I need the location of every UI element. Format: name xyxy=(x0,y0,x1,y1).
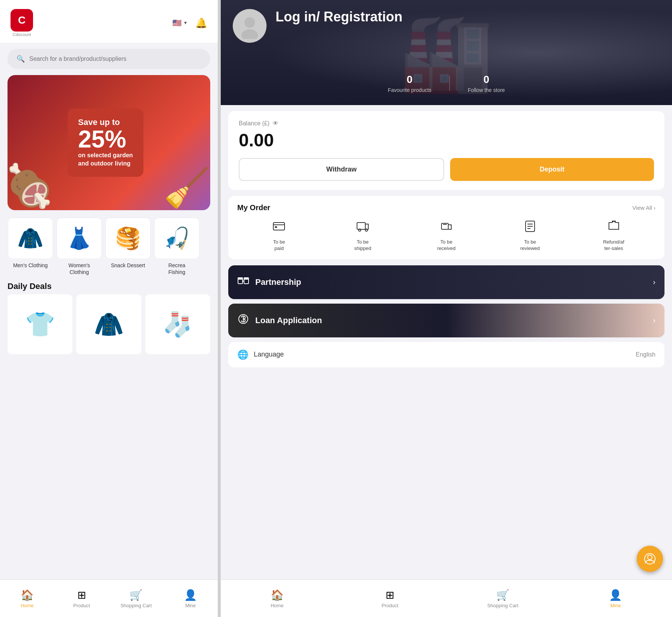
partnership-icon xyxy=(237,275,249,289)
nav-cart-right[interactable]: 🛒 Shopping Cart xyxy=(446,580,559,617)
right-bottom-nav: 🏠 Home ⊞ Product 🛒 Shopping Cart 👤 Mine xyxy=(221,579,672,617)
daily-deals-grid: 👕 🧥 🧦 xyxy=(0,294,218,354)
search-input[interactable] xyxy=(29,56,201,62)
order-to-be-shipped[interactable]: To beshipped xyxy=(321,220,405,252)
view-all-button[interactable]: View All › xyxy=(633,205,655,211)
notification-bell-button[interactable]: 🔔 xyxy=(195,17,207,29)
deal-card-1[interactable]: 👕 xyxy=(8,294,72,354)
stat-follow[interactable]: 0 Follow the store xyxy=(450,74,523,93)
product-icon: ⊞ xyxy=(77,589,86,601)
follow-count: 0 xyxy=(484,74,490,86)
category-womens-clothing[interactable]: 👗 Women'sClothing xyxy=(55,218,104,275)
order-to-be-received[interactable]: To bereceived xyxy=(405,220,488,252)
header-right: 🇺🇸 ▼ 🔔 xyxy=(172,17,207,29)
panel-separator xyxy=(218,0,221,617)
search-icon: 🔍 xyxy=(17,55,25,63)
pressure-washer-image: 🧹 xyxy=(163,166,210,210)
balance-actions: Withdraw Deposit xyxy=(239,158,654,181)
nav-product-left[interactable]: ⊞ Product xyxy=(54,580,109,617)
nav-cart-left[interactable]: 🛒 Shopping Cart xyxy=(109,580,163,617)
balance-label: Balance (£) xyxy=(239,120,270,127)
mine-icon-left: 👤 xyxy=(184,589,197,601)
language-row[interactable]: 🌐 Language English xyxy=(228,342,664,367)
search-bar: 🔍 xyxy=(8,49,210,69)
eye-icon[interactable]: 👁 xyxy=(273,120,279,127)
nav-home-left[interactable]: 🏠 Home xyxy=(0,580,54,617)
nav-cart-label-right: Shopping Cart xyxy=(487,603,518,608)
product-icon-right: ⊞ xyxy=(386,589,394,601)
deal-card-2[interactable]: 🧥 xyxy=(76,294,141,354)
to-be-received-label: To bereceived xyxy=(437,239,455,252)
deposit-button[interactable]: Deposit xyxy=(450,158,654,181)
chevron-down-icon: ▼ xyxy=(183,20,188,26)
header-top-row: Log in/ Registration xyxy=(233,9,660,43)
left-header: C Cdiscount 🇺🇸 ▼ 🔔 xyxy=(0,0,218,43)
categories-row: 🧥 Men's Clothing 👗 Women'sClothing 🥞 Sna… xyxy=(0,210,218,275)
view-all-arrow: › xyxy=(654,205,655,211)
order-items: To bepaid To beshipped To bereceived xyxy=(237,220,655,252)
svg-point-1 xyxy=(241,29,258,39)
svg-point-6 xyxy=(359,229,361,231)
app-logo[interactable]: C xyxy=(11,9,33,32)
banner-text-box: Save up to 25% on selected garden and ou… xyxy=(68,108,143,177)
balance-card: Balance (£) 👁 0.00 Withdraw Deposit xyxy=(228,111,664,190)
nav-product-label-right: Product xyxy=(381,603,398,608)
to-be-reviewed-label: To bereviewed xyxy=(520,239,540,252)
home-icon: 🏠 xyxy=(21,589,34,601)
right-panel: 🏭 Log in/ Registration 0 Favourite produ… xyxy=(221,0,672,617)
balance-amount: 0.00 xyxy=(239,130,654,150)
nav-mine-label-right: Mine xyxy=(610,603,621,608)
partnership-card[interactable]: Partnership › xyxy=(228,265,664,299)
order-title: My Order xyxy=(237,203,270,212)
order-to-be-paid[interactable]: To bepaid xyxy=(237,220,321,252)
language-flag-button[interactable]: 🇺🇸 ▼ xyxy=(172,18,188,27)
support-fab[interactable] xyxy=(637,546,663,572)
partnership-text: Partnership xyxy=(255,277,647,287)
loan-bg: Loan Application › xyxy=(228,304,664,337)
app-name: Cdiscount xyxy=(13,32,31,37)
category-img-mens: 🧥 xyxy=(8,218,53,259)
avatar[interactable] xyxy=(233,9,267,43)
svg-rect-4 xyxy=(275,226,277,228)
header-overlay: Log in/ Registration 0 Favourite product… xyxy=(221,0,672,105)
deal-card-3[interactable]: 🧦 xyxy=(145,294,210,354)
category-mens-clothing[interactable]: 🧥 Men's Clothing xyxy=(6,218,55,275)
category-img-snack: 🥞 xyxy=(105,218,151,259)
left-bottom-nav: 🏠 Home ⊞ Product 🛒 Shopping Cart 👤 Mine xyxy=(0,579,218,617)
to-be-reviewed-icon xyxy=(524,220,536,235)
category-label-snack: Snack Dessert xyxy=(111,262,145,269)
nav-mine-left[interactable]: 👤 Mine xyxy=(163,580,218,617)
order-refund[interactable]: Refund/after-sales xyxy=(572,220,655,252)
login-info: Log in/ Registration xyxy=(276,9,402,25)
category-snack-dessert[interactable]: 🥞 Snack Dessert xyxy=(104,218,152,275)
category-img-womens: 👗 xyxy=(57,218,102,259)
support-icon xyxy=(643,552,657,566)
category-img-fishing: 🎣 xyxy=(154,218,199,259)
to-be-received-icon xyxy=(440,220,453,235)
to-be-paid-icon xyxy=(273,220,285,235)
category-label-womens: Women'sClothing xyxy=(68,262,90,275)
to-be-paid-label: To bepaid xyxy=(273,239,285,252)
to-be-shipped-label: To beshipped xyxy=(354,239,371,252)
balance-header: Balance (£) 👁 xyxy=(239,120,654,127)
cart-icon: 🛒 xyxy=(130,589,143,601)
order-section: My Order View All › To bepaid xyxy=(228,196,664,259)
right-content: Balance (£) 👁 0.00 Withdraw Deposit My O… xyxy=(221,105,672,617)
login-title: Log in/ Registration xyxy=(276,9,402,25)
refund-icon xyxy=(607,220,620,235)
stat-favourites[interactable]: 0 Favourite products xyxy=(370,74,449,93)
loan-icon xyxy=(237,313,249,328)
order-to-be-reviewed[interactable]: To bereviewed xyxy=(488,220,572,252)
partnership-bg: Partnership › xyxy=(228,265,664,299)
nav-mine-right[interactable]: 👤 Mine xyxy=(559,580,672,617)
withdraw-button[interactable]: Withdraw xyxy=(239,158,444,181)
loan-card[interactable]: Loan Application › xyxy=(228,304,664,337)
category-fishing[interactable]: 🎣 RecreaFishing xyxy=(152,218,201,275)
avatar-silhouette xyxy=(237,13,263,39)
svg-point-0 xyxy=(244,17,255,28)
svg-point-22 xyxy=(648,555,652,560)
banner-percent: 25% xyxy=(78,127,133,151)
svg-rect-5 xyxy=(357,223,365,229)
nav-home-right[interactable]: 🏠 Home xyxy=(221,580,334,617)
nav-product-right[interactable]: ⊞ Product xyxy=(334,580,447,617)
